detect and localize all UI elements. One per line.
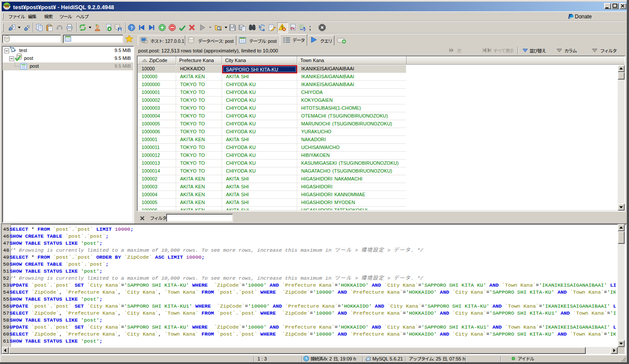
- svg-text:?: ?: [130, 25, 133, 31]
- svg-text:;: ;: [309, 24, 311, 31]
- svg-text:HS: HS: [4, 4, 9, 8]
- svg-text:0x: 0x: [291, 26, 295, 31]
